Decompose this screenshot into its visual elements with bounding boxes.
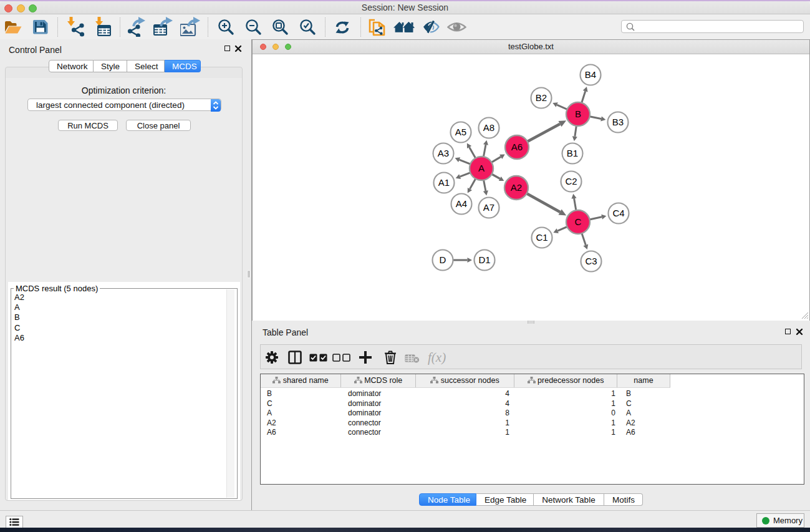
svg-text:B4: B4 <box>585 69 596 80</box>
svg-text:A8: A8 <box>483 122 494 133</box>
svg-text:C2: C2 <box>565 176 577 186</box>
svg-text:D: D <box>440 254 446 265</box>
svg-text:A1: A1 <box>438 177 450 188</box>
svg-text:A7: A7 <box>483 202 494 213</box>
svg-text:C1: C1 <box>536 232 547 243</box>
svg-text:A6: A6 <box>511 142 523 152</box>
svg-text:C: C <box>575 216 582 227</box>
svg-text:B: B <box>575 109 581 119</box>
svg-text:B2: B2 <box>536 92 547 103</box>
svg-text:C4: C4 <box>612 208 624 218</box>
svg-text:A2: A2 <box>511 182 522 193</box>
svg-text:D1: D1 <box>478 254 490 265</box>
svg-text:A5: A5 <box>455 127 466 137</box>
svg-text:A3: A3 <box>438 148 449 158</box>
svg-text:B3: B3 <box>612 117 624 127</box>
svg-text:C3: C3 <box>585 256 597 266</box>
svg-text:A: A <box>478 163 485 173</box>
svg-text:B1: B1 <box>567 148 578 158</box>
svg-text:A4: A4 <box>456 198 467 209</box>
